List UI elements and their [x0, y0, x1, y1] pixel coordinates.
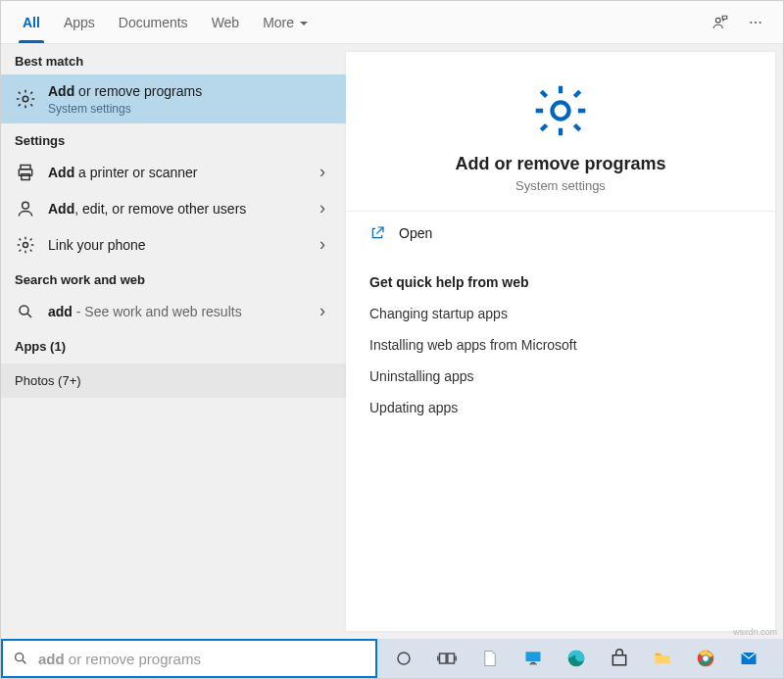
preview-pane: Add or remove programs System settings O… — [346, 52, 775, 631]
person-icon — [15, 199, 36, 218]
result-title: Add or remove programs — [48, 82, 332, 100]
feedback-button[interactable] — [703, 5, 738, 40]
chevron-right-icon: › — [313, 301, 332, 321]
gear-icon — [529, 79, 592, 142]
svg-point-8 — [23, 202, 29, 209]
document-icon — [481, 648, 499, 669]
svg-rect-17 — [531, 662, 536, 664]
search-filter-tabs: All Apps Documents Web More — [1, 1, 783, 44]
svg-point-10 — [20, 306, 28, 315]
taskbar-cortana[interactable] — [383, 642, 424, 675]
svg-point-0 — [715, 18, 720, 23]
results-list: Best match Add or remove programs System… — [1, 44, 346, 639]
taskbar-app-chrome[interactable] — [685, 642, 726, 675]
result-link-phone[interactable]: Link your phone › — [1, 226, 346, 263]
action-open[interactable]: Open — [346, 212, 775, 255]
cortana-icon — [395, 650, 413, 667]
svg-point-1 — [750, 21, 752, 23]
chevron-right-icon: › — [313, 234, 332, 255]
tab-apps-label: Apps — [64, 15, 95, 30]
search-icon — [13, 651, 28, 666]
taskbar-app-edge[interactable] — [556, 642, 597, 675]
watermark: wsxdn.com — [733, 627, 777, 637]
person-feedback-icon — [711, 14, 729, 31]
taskbar-app-libreoffice[interactable] — [469, 642, 511, 675]
chevron-down-icon — [294, 15, 308, 30]
search-icon — [15, 303, 36, 320]
action-open-label: Open — [399, 225, 432, 241]
result-title: Link your phone — [48, 236, 301, 254]
quick-link-uninstall[interactable]: Uninstalling apps — [346, 361, 775, 392]
folder-icon — [652, 650, 673, 667]
result-title: add - See work and web results — [48, 303, 301, 320]
result-web-add[interactable]: add - See work and web results › — [1, 293, 346, 329]
svg-rect-7 — [22, 173, 29, 179]
search-input[interactable] — [38, 641, 366, 676]
open-external-icon — [369, 225, 385, 241]
taskbar: add or remove programs — [1, 639, 783, 678]
svg-point-13 — [398, 653, 410, 664]
svg-point-2 — [755, 21, 757, 23]
taskbar-app-explorer[interactable] — [642, 642, 683, 675]
detail-title: Add or remove programs — [455, 154, 665, 174]
section-settings: Settings — [1, 123, 346, 154]
result-title: Add a printer or scanner — [48, 164, 301, 181]
svg-point-3 — [760, 21, 761, 23]
ellipsis-icon — [748, 15, 763, 30]
tab-web[interactable]: Web — [200, 1, 252, 43]
tab-documents-label: Documents — [119, 15, 188, 30]
group-photos[interactable]: Photos (7+) — [1, 364, 346, 398]
section-best-match: Best match — [1, 44, 346, 74]
svg-point-4 — [23, 96, 28, 102]
section-search-web: Search work and web — [1, 263, 346, 293]
group-apps[interactable]: Apps (1) — [1, 329, 346, 364]
tab-more[interactable]: More — [251, 1, 319, 43]
detail-subtitle: System settings — [515, 178, 606, 193]
tab-more-label: More — [263, 15, 294, 30]
result-add-users[interactable]: Add, edit, or remove other users › — [1, 190, 346, 226]
monitor-icon — [522, 650, 544, 667]
tab-apps[interactable]: Apps — [52, 1, 107, 43]
svg-point-22 — [703, 655, 708, 660]
quick-link-startup[interactable]: Changing startup apps — [346, 298, 775, 329]
overflow-button[interactable] — [738, 5, 773, 40]
task-view-icon — [437, 649, 457, 668]
taskbar-search-box[interactable]: add or remove programs — [1, 639, 377, 678]
taskbar-app-store[interactable] — [599, 642, 640, 675]
tab-documents[interactable]: Documents — [107, 1, 200, 43]
tab-web-label: Web — [212, 15, 240, 30]
tab-all-label: All — [23, 15, 40, 30]
gear-icon — [15, 88, 36, 110]
gear-icon — [15, 235, 36, 255]
svg-rect-18 — [529, 663, 537, 664]
store-icon — [610, 649, 629, 668]
printer-icon — [15, 163, 36, 182]
svg-point-12 — [16, 654, 24, 661]
quick-help-header: Get quick help from web — [346, 255, 775, 298]
svg-rect-15 — [448, 654, 455, 663]
svg-rect-14 — [440, 654, 447, 663]
svg-point-11 — [552, 102, 568, 119]
chevron-right-icon: › — [313, 198, 332, 218]
result-subtitle: System settings — [48, 102, 332, 116]
taskbar-app-mail[interactable] — [728, 642, 769, 675]
quick-link-webapps[interactable]: Installing web apps from Microsoft — [346, 329, 775, 361]
chrome-icon — [696, 649, 715, 668]
result-add-printer[interactable]: Add a printer or scanner › — [1, 154, 346, 190]
svg-point-9 — [24, 242, 28, 247]
result-title: Add, edit, or remove other users — [48, 200, 301, 218]
quick-link-update[interactable]: Updating apps — [346, 392, 775, 423]
svg-rect-16 — [526, 652, 541, 661]
mail-icon — [738, 650, 760, 667]
edge-icon — [566, 649, 586, 668]
result-add-remove-programs[interactable]: Add or remove programs System settings — [1, 74, 346, 123]
chevron-right-icon: › — [313, 162, 332, 182]
taskbar-app-monitor[interactable] — [513, 642, 554, 675]
tab-all[interactable]: All — [11, 1, 52, 43]
taskbar-task-view[interactable] — [426, 642, 467, 675]
